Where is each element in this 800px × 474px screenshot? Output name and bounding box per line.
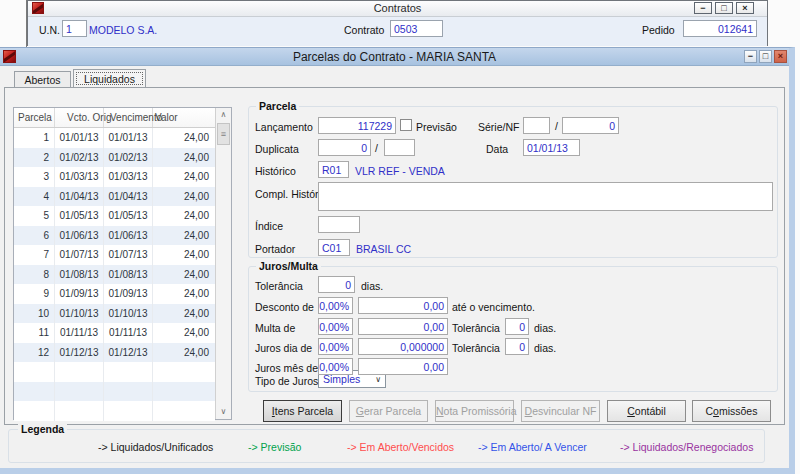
table-row[interactable]: 801/08/1301/08/1324,00 (14, 265, 215, 285)
table-scrollbar[interactable]: ∧ ≡ ∨ (215, 108, 231, 419)
chevron-down-icon: ∨ (375, 375, 381, 384)
tipo-de-juros-label: Tipo de Juros (255, 375, 318, 387)
multa-tolerancia-input[interactable]: 0 (505, 318, 529, 335)
parcelas-table: Parcela Vcto. Orig Vencimento Valor 101/… (13, 107, 232, 420)
table-cell: 01/10/13 (104, 304, 153, 324)
juros-dia-value-input[interactable]: 0,000000 (358, 338, 448, 355)
table-cell: 24,00 (153, 265, 215, 285)
minimize-icon[interactable]: − (694, 2, 712, 14)
desconto-value-input[interactable]: 0,00 (358, 297, 448, 314)
compl-historico-textarea[interactable] (318, 182, 773, 211)
juros-mes-value-input[interactable]: 0,00 (358, 358, 448, 375)
tolerancia-label: Tolerância (255, 280, 303, 292)
table-cell: 1 (14, 128, 55, 148)
column-header-vcto-orig[interactable]: Vcto. Orig (55, 108, 104, 127)
multa-tolerancia-label: Tolerância (452, 322, 500, 334)
table-row[interactable]: 301/03/1301/03/1324,00 (14, 167, 215, 187)
multa-dias-label: dias. (534, 322, 556, 334)
table-cell: 24,00 (153, 206, 215, 226)
comissoes-button[interactable]: Comissões (692, 400, 771, 422)
contratos-header-row: U.N. 1 MODELO S.A. Contrato 0503 Pedido … (28, 17, 767, 46)
table-cell: 9 (14, 284, 55, 304)
table-cell: 01/11/13 (55, 323, 104, 343)
juros-dia-percent-input[interactable]: 0,00% (318, 338, 353, 355)
lancamento-input[interactable]: 117229 (318, 117, 396, 134)
historico-code-input[interactable]: R01 (318, 161, 349, 178)
table-cell: 01/09/13 (104, 284, 153, 304)
table-row[interactable]: 1001/10/1301/10/1324,00 (14, 304, 215, 324)
close-icon[interactable]: × (774, 50, 787, 63)
historico-description: VLR REF - VENDA (355, 165, 445, 177)
duplicata-input2[interactable] (384, 139, 415, 156)
table-cell: 12 (14, 343, 55, 363)
table-cell (14, 382, 55, 402)
multa-percent-input[interactable]: 0,00% (318, 318, 353, 335)
table-row[interactable]: 901/09/1301/09/1324,00 (14, 284, 215, 304)
table-row[interactable]: 1201/12/1301/12/1324,00 (14, 343, 215, 363)
tab-liquidados[interactable]: Liquidados (73, 69, 146, 88)
contratos-titlebar[interactable]: Contratos − □ × (28, 1, 767, 17)
table-row-empty[interactable] (14, 362, 215, 382)
maximize-icon[interactable]: □ (715, 2, 733, 14)
multa-value-input[interactable]: 0,00 (358, 318, 448, 335)
table-cell: 24,00 (153, 167, 215, 187)
table-cell: 6 (14, 226, 55, 246)
duplicata-input1[interactable]: 0 (318, 139, 371, 156)
contrato-input[interactable]: 0503 (390, 20, 443, 37)
duplicata-label: Duplicata (255, 143, 299, 155)
table-row[interactable]: 201/02/1301/02/1324,00 (14, 148, 215, 168)
legend-item: -> Em Aberto/Vencidos (347, 441, 454, 453)
contratos-window: Contratos − □ × U.N. 1 MODELO S.A. Contr… (27, 0, 768, 46)
juros-dia-tolerancia-input[interactable]: 0 (505, 338, 529, 355)
desconto-percent-input[interactable]: 0,00% (318, 297, 353, 314)
table-row-empty[interactable] (14, 382, 215, 402)
column-header-vencimento[interactable]: Vencimento (104, 108, 153, 127)
table-row[interactable]: 401/04/1301/04/1324,00 (14, 187, 215, 207)
pedido-label: Pedido (642, 24, 675, 36)
table-cell: 7 (14, 245, 55, 265)
action-button-row: Itens ParcelaGerar ParcelaNota Promissór… (0, 400, 789, 422)
desconto-label: Desconto de (255, 301, 314, 313)
juros-multa-group-title: Juros/Multa (256, 260, 321, 272)
table-cell: 01/01/13 (55, 128, 104, 148)
legend-title: Legenda (18, 423, 67, 435)
pedido-input[interactable]: 012641 (683, 20, 757, 37)
previsao-checkbox[interactable] (400, 119, 412, 131)
scroll-up-icon[interactable]: ∧ (216, 108, 231, 122)
restore-icon[interactable]: □ (759, 50, 772, 63)
table-cell: 01/08/13 (55, 265, 104, 285)
un-input[interactable]: 1 (62, 20, 87, 37)
column-header-valor[interactable]: Valor (153, 108, 215, 127)
portador-description: BRASIL CC (356, 243, 411, 255)
table-cell: 24,00 (153, 226, 215, 246)
table-row[interactable]: 701/07/1301/07/1324,00 (14, 245, 215, 265)
indice-input[interactable] (318, 216, 360, 233)
gerar-parcela-button: Gerar Parcela (349, 400, 428, 422)
contabil-button[interactable]: Contábil (607, 400, 686, 422)
tab-abertos[interactable]: Abertos (14, 71, 71, 87)
table-cell: 01/08/13 (104, 265, 153, 285)
serie-nf-input1[interactable] (523, 117, 550, 134)
scrollbar-thumb[interactable]: ≡ (217, 123, 230, 145)
column-header-parcela[interactable]: Parcela (14, 108, 55, 127)
juros-dia-label: Juros dia de (255, 342, 312, 354)
portador-code-input[interactable]: C01 (318, 239, 350, 256)
tolerancia-input[interactable]: 0 (318, 276, 355, 293)
table-cell: 4 (14, 187, 55, 207)
table-row[interactable]: 1101/11/1301/11/1324,00 (14, 323, 215, 343)
table-cell: 11 (14, 323, 55, 343)
table-cell (153, 362, 215, 382)
table-row[interactable]: 501/05/1301/05/1324,00 (14, 206, 215, 226)
table-row[interactable]: 601/06/1301/06/1324,00 (14, 226, 215, 246)
data-input[interactable]: 01/01/13 (523, 139, 580, 156)
multa-label: Multa de (255, 322, 295, 334)
table-cell: 01/04/13 (104, 187, 153, 207)
table-cell: 01/07/13 (104, 245, 153, 265)
table-row[interactable]: 101/01/1301/01/1324,00 (14, 128, 215, 148)
close-icon[interactable]: × (736, 2, 754, 14)
juros-mes-percent-input[interactable]: 0,00% (318, 358, 353, 375)
slash-separator: / (555, 120, 558, 132)
minimize-icon[interactable]: − (744, 50, 757, 63)
serie-nf-input2[interactable]: 0 (562, 117, 619, 134)
itens-parcela-button[interactable]: Itens Parcela (263, 400, 342, 422)
